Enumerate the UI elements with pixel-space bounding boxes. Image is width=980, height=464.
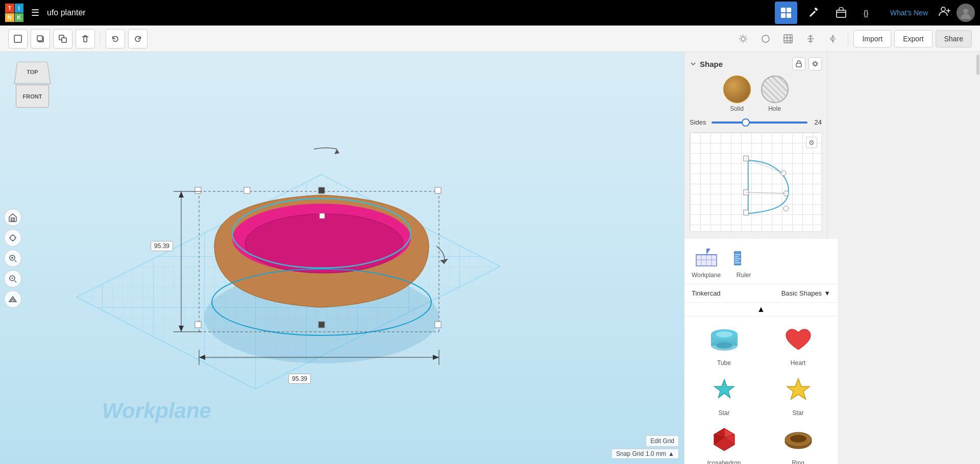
hole-option[interactable]: Hole <box>761 76 789 112</box>
heart-label: Heart <box>791 359 805 367</box>
shape-item-star-teal[interactable]: Star <box>690 372 758 417</box>
svg-line-62 <box>746 158 783 173</box>
icosahedron-label: Icosahedron <box>707 459 741 464</box>
svg-rect-0 <box>781 8 786 12</box>
home-view-btn[interactable] <box>4 209 21 226</box>
shape-item-star-gold[interactable]: Star <box>764 372 832 417</box>
svg-marker-48 <box>334 149 339 154</box>
align-icon-btn[interactable] <box>801 29 820 48</box>
shape-item-tube[interactable]: Tube <box>690 322 758 367</box>
svg-rect-30 <box>195 187 201 193</box>
shape-title-text: Shape <box>700 60 723 68</box>
view-cube[interactable]: TOP FRONT <box>8 60 54 116</box>
user-add-btn[interactable] <box>938 5 951 21</box>
svg-line-63 <box>746 192 786 193</box>
shape-panel-header: Shape <box>690 57 822 70</box>
whats-new-btn[interactable]: What's New <box>885 9 933 17</box>
grid-icon-btn[interactable] <box>778 29 798 48</box>
redo-btn[interactable] <box>128 29 148 48</box>
share-btn[interactable]: Share <box>936 30 972 47</box>
svg-rect-13 <box>62 38 66 42</box>
project-title[interactable]: ufo planter <box>47 8 86 17</box>
edit-grid-btn[interactable]: Edit Grid <box>646 435 679 447</box>
main-area: Workplane TOP FRONT 95.39 9 <box>0 52 980 464</box>
svg-rect-50 <box>11 218 14 221</box>
view-cube-top[interactable]: TOP <box>14 62 51 84</box>
shape-lock-btn[interactable] <box>792 57 805 70</box>
svg-text:{}: {} <box>864 9 869 17</box>
shape-collapse-icon[interactable] <box>690 60 697 67</box>
shape-header-icons <box>792 57 822 70</box>
star-teal-label: Star <box>718 409 729 417</box>
ruler-btn[interactable]: Ruler <box>731 244 756 279</box>
undo-btn[interactable] <box>106 29 125 48</box>
shape-light-btn[interactable] <box>808 57 822 70</box>
ruler-icon <box>731 244 756 270</box>
shape-editor-gear-btn[interactable]: ⚙ <box>806 137 817 148</box>
grid-view-btn[interactable] <box>775 2 797 24</box>
heart-thumb <box>778 322 819 357</box>
svg-point-80 <box>716 343 732 349</box>
delete-btn[interactable] <box>76 29 95 48</box>
right-panel-outer: Shape Solid <box>684 52 980 464</box>
solid-option[interactable]: Solid <box>723 76 751 112</box>
star-teal-thumb <box>704 372 745 407</box>
logo-k: K <box>15 13 24 22</box>
tube-label: Tube <box>717 359 731 367</box>
scroll-up-btn[interactable]: ▲ <box>684 303 838 316</box>
bottom-controls: Edit Grid Snap Grid 1.0 mm ▲ <box>611 435 679 459</box>
light-icon-btn[interactable] <box>733 29 753 48</box>
user-avatar[interactable] <box>957 4 975 22</box>
workplane-icon <box>694 244 719 270</box>
hole-icon <box>761 76 789 103</box>
sides-label: Sides <box>690 118 707 126</box>
shape-item-heart[interactable]: Heart <box>764 322 832 367</box>
svg-marker-82 <box>716 381 732 396</box>
tinkercad-logo[interactable]: T I N K <box>5 4 23 22</box>
copy-btn[interactable] <box>31 29 50 48</box>
zoom-in-btn[interactable] <box>4 250 21 267</box>
star-gold-label: Star <box>792 409 803 417</box>
sides-slider[interactable] <box>712 121 807 124</box>
shapes-lib-tinkercad-label: Tinkercad <box>692 289 721 297</box>
shape-item-icosahedron[interactable]: Icosahedron <box>690 422 758 464</box>
svg-rect-2 <box>781 13 786 18</box>
code-editor-btn[interactable]: {} <box>857 2 880 24</box>
tools-btn[interactable] <box>802 2 825 24</box>
new-btn[interactable] <box>8 29 28 48</box>
svg-rect-11 <box>37 36 42 41</box>
duplicate-btn[interactable] <box>53 29 72 48</box>
shape-editor[interactable]: ⚙ <box>690 132 822 232</box>
svg-point-7 <box>941 7 945 11</box>
circle-icon-btn[interactable] <box>756 29 775 48</box>
toolbar-divider-2 <box>848 31 848 46</box>
import-btn[interactable]: Import <box>853 30 891 47</box>
snap-grid-control[interactable]: Snap Grid 1.0 mm ▲ <box>611 449 679 459</box>
perspective-btn[interactable] <box>4 290 21 308</box>
shape-item-ring[interactable]: Ring <box>764 422 832 464</box>
snap-grid-value: 1.0 mm <box>646 450 666 457</box>
workplane-label: Workplane <box>692 272 721 279</box>
toolbar-divider-1 <box>100 31 101 46</box>
svg-rect-56 <box>744 156 749 161</box>
snap-grid-label: Snap Grid <box>616 450 644 457</box>
app-menu-icon[interactable]: ☰ <box>31 7 39 18</box>
svg-point-23 <box>245 214 403 273</box>
svg-point-79 <box>716 331 732 337</box>
mirror-icon-btn[interactable] <box>823 29 843 48</box>
svg-point-94 <box>790 435 806 442</box>
ring-label: Ring <box>792 459 804 464</box>
packages-btn[interactable] <box>830 2 852 24</box>
svg-point-8 <box>963 9 968 14</box>
shapes-lib-dropdown[interactable]: Basic Shapes ▼ <box>781 289 830 297</box>
zoom-out-btn[interactable] <box>4 270 21 287</box>
tube-thumb <box>704 322 745 357</box>
view-controls <box>4 209 21 308</box>
svg-point-55 <box>814 62 817 65</box>
export-btn[interactable]: Export <box>894 30 932 47</box>
viewport[interactable]: Workplane TOP FRONT 95.39 9 <box>0 52 684 464</box>
view-cube-front[interactable]: FRONT <box>16 85 49 108</box>
workplane-btn[interactable]: Workplane <box>692 244 721 279</box>
fit-view-btn[interactable] <box>4 229 21 247</box>
svg-point-51 <box>10 235 15 240</box>
